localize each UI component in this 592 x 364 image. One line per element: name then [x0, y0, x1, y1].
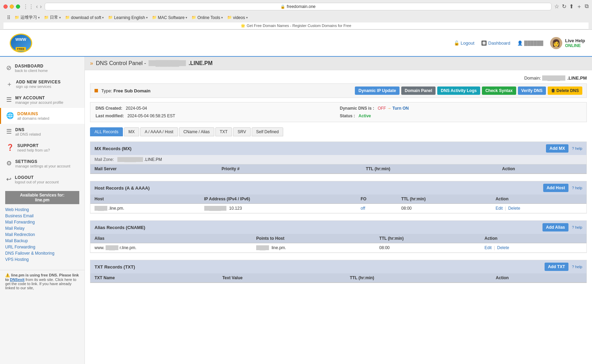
- site-header: WWW FREE 🔓 Logout 🔲 Dashboard 👤 ██████ 👩…: [0, 30, 592, 57]
- bookmark-item[interactable]: 📁Online Tools▾: [191, 15, 223, 20]
- bookmark-icon[interactable]: ☆: [554, 3, 559, 10]
- service-link[interactable]: Mail Backup: [5, 238, 28, 243]
- sidebar-item-settings[interactable]: ⚙ SETTINGS manage settings at your accou…: [0, 156, 84, 172]
- back-icon[interactable]: ‹: [36, 3, 38, 10]
- browser-chrome: ⋮⋮ ‹ › 🔒 freedomain.one ☆ ↻ ⬆ ＋ ⧉ ⠿ 📁运维学…: [0, 0, 592, 30]
- sidebar-item-subtitle: need help from us?: [17, 148, 50, 152]
- host-col-ttl: TTL (hr:min): [397, 194, 491, 204]
- dashboard-link[interactable]: 🔲 Dashboard: [481, 40, 510, 46]
- sidebar-item-logout[interactable]: ↩ LOGOUT logout out of your account: [0, 172, 84, 188]
- add-mx-button[interactable]: Add MX: [546, 144, 568, 153]
- chevron-down-icon: ▾: [221, 16, 223, 19]
- sidebar-item-dns[interactable]: ☰ DNS all DNS related: [0, 124, 84, 140]
- tab-all-records[interactable]: ALL Records: [90, 127, 123, 136]
- dns-activity-logs-button[interactable]: DNS Activity Logs: [437, 87, 480, 95]
- verify-dns-button[interactable]: Verify DNS: [518, 87, 546, 95]
- list-item: Mail Relay: [5, 226, 79, 231]
- grid-icon[interactable]: ⋮⋮: [23, 3, 34, 10]
- tab-a-aaaa-host[interactable]: A / AAAA / Host: [140, 127, 178, 136]
- alias-col-alias: Alias: [90, 234, 252, 243]
- type-bar: Type: Free Sub Domain Dynamic IP Update …: [90, 83, 587, 98]
- add-host-button[interactable]: Add Host: [543, 184, 568, 192]
- service-link[interactable]: Mail Relay: [5, 226, 25, 231]
- new-tab-icon[interactable]: ＋: [576, 3, 582, 10]
- bookmark-item[interactable]: 📁videos▾: [227, 15, 248, 20]
- alias-col-action: Action: [481, 234, 587, 243]
- bookmark-item[interactable]: 📁日常▾: [44, 15, 61, 20]
- minimize-button[interactable]: [10, 4, 14, 9]
- close-button[interactable]: [3, 4, 8, 9]
- alias-col-ttl: TTL (hr:min): [375, 234, 480, 243]
- dnsexit-link[interactable]: DNSexit: [10, 277, 24, 282]
- alias-help-link[interactable]: ? help: [572, 225, 582, 229]
- tab-srv[interactable]: SRV: [233, 127, 250, 136]
- list-item: DNS Failover & Monitoring: [5, 251, 79, 256]
- alias-col-points: Points to Host: [252, 234, 375, 243]
- alias-delete-link[interactable]: Delete: [497, 245, 509, 250]
- delete-dns-button[interactable]: 🗑 Delete DNS: [548, 87, 582, 95]
- logout-link[interactable]: 🔓 Logout: [454, 40, 475, 46]
- dynamic-dns-row: Dynamic DNS is : OFF → Turn ON: [340, 106, 582, 111]
- add-alias-button[interactable]: Add Alias: [542, 223, 568, 231]
- sidebar-item-my-account[interactable]: ☰ MY ACCOUNT manage your account profile: [0, 92, 84, 108]
- maximize-button[interactable]: [16, 4, 20, 9]
- sidebar: ⊘ DASHBOARD back to client home ＋ ADD NE…: [0, 57, 85, 364]
- add-txt-button[interactable]: Add TXT: [545, 263, 568, 271]
- bookmark-item[interactable]: 📁运维学习▾: [15, 15, 40, 20]
- list-item: Mail Redirection: [5, 232, 79, 237]
- service-link[interactable]: Web Hosting: [5, 207, 29, 212]
- alias-edit-link[interactable]: Edit: [485, 245, 492, 250]
- sidebar-item-domains[interactable]: 🌐 DOMAINS all domains related: [0, 108, 84, 124]
- service-link[interactable]: Mail Redirection: [5, 232, 35, 237]
- turn-on-link[interactable]: Turn ON: [393, 106, 409, 111]
- copy-icon[interactable]: ⧉: [585, 3, 589, 10]
- sidebar-item-subtitle: all domains related: [17, 116, 49, 120]
- forward-icon[interactable]: ›: [40, 3, 42, 10]
- tab-cname-alias[interactable]: CName / Alias: [179, 127, 214, 136]
- check-syntax-button[interactable]: Check Syntax: [482, 87, 516, 95]
- sidebar-item-dashboard[interactable]: ⊘ DASHBOARD back to client home: [0, 60, 84, 76]
- sidebar-item-title: SUPPORT: [17, 143, 50, 148]
- bookmark-item[interactable]: 📁MAC Software▾: [152, 15, 187, 20]
- apps-icon[interactable]: ⠿: [7, 15, 10, 20]
- reload-icon[interactable]: ↻: [562, 3, 566, 10]
- share-icon[interactable]: ⬆: [569, 3, 574, 10]
- breadcrumb-arrows: »: [90, 60, 93, 66]
- host-delete-link[interactable]: Delete: [508, 206, 520, 211]
- domain-panel-button[interactable]: Domain Panel: [401, 87, 436, 95]
- host-help-link[interactable]: ? help: [572, 186, 582, 190]
- service-link[interactable]: Business Email: [5, 213, 34, 218]
- mx-help-link[interactable]: ? help: [572, 146, 582, 151]
- sidebar-item-subtitle: sign up new services: [16, 84, 61, 89]
- fo-off-link[interactable]: off: [361, 206, 365, 211]
- status-badge: Active: [359, 113, 371, 118]
- folder-icon: 📁: [191, 15, 196, 20]
- tab-txt[interactable]: TXT: [215, 127, 232, 136]
- bookmark-item[interactable]: 📁download of soft▾: [65, 15, 104, 20]
- chevron-down-icon: ▾: [246, 16, 248, 19]
- service-link[interactable]: VPS Hosting: [5, 257, 29, 262]
- host-edit-link[interactable]: Edit: [495, 206, 503, 211]
- url-text: freedomain.one: [287, 4, 315, 9]
- action-buttons: Dynamic IP Update Domain Panel DNS Activ…: [355, 87, 582, 95]
- mx-col-action: Action: [498, 164, 586, 174]
- tab-mx[interactable]: MX: [124, 127, 139, 136]
- traffic-lights: [3, 4, 20, 9]
- sidebar-item-add-new-services[interactable]: ＋ ADD NEW SERVICES sign up new services: [0, 76, 84, 92]
- type-label: Type: Free Sub Domain: [95, 88, 151, 93]
- txt-help-link[interactable]: ? help: [572, 265, 582, 269]
- sidebar-item-support[interactable]: ❓ SUPPORT need help from us?: [0, 140, 84, 156]
- dynamic-ip-update-button[interactable]: Dynamic IP Update: [355, 87, 399, 95]
- service-link[interactable]: Mail Forwarding: [5, 220, 35, 225]
- browser-actions: ☆ ↻ ⬆ ＋ ⧉: [554, 3, 589, 10]
- service-link[interactable]: DNS Failover & Monitoring: [5, 251, 54, 256]
- user-profile-link[interactable]: 👤 ██████: [517, 40, 543, 46]
- sidebar-item-subtitle: all DNS related: [15, 132, 41, 136]
- domain-info-bar: Domain: ████ .LINE.PM: [90, 75, 587, 81]
- address-bar[interactable]: 🔒 freedomain.one: [45, 3, 551, 10]
- service-link[interactable]: URL Forwarding: [5, 245, 35, 249]
- bookmark-item[interactable]: 📁Learning English▾: [108, 15, 147, 20]
- host-col-fo: FO: [357, 194, 397, 204]
- folder-icon: 📁: [152, 15, 157, 20]
- tab-self-defined[interactable]: Self Defined: [252, 127, 283, 136]
